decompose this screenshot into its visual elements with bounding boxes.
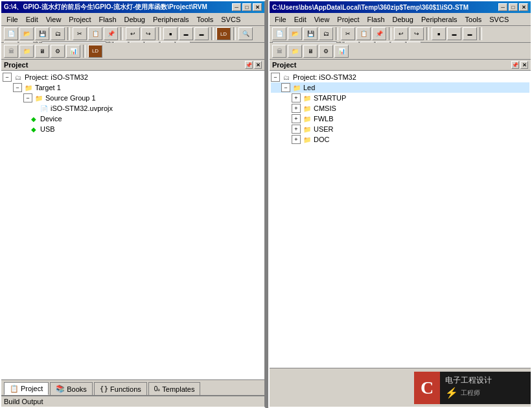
right-tb-copy[interactable]: 📋 — [356, 27, 371, 40]
right-tb2-b4[interactable]: ⚙ — [319, 45, 333, 58]
left-tb-b2[interactable]: ▬ — [179, 27, 193, 40]
right-menu-view[interactable]: View — [310, 14, 334, 25]
left-tree-usb[interactable]: ◆ USB — [3, 124, 263, 134]
left-tree-root[interactable]: − 🗂 Project: iSO-STM32 — [3, 72, 263, 82]
right-tree-doc-expander[interactable]: + — [292, 135, 301, 144]
right-menu-flash[interactable]: Flash — [364, 14, 389, 25]
right-tree-user[interactable]: + 📁 USER — [271, 124, 529, 134]
left-tb-b1[interactable]: ■ — [163, 27, 178, 40]
right-menu-edit[interactable]: Edit — [290, 14, 310, 25]
right-menu-peripherals[interactable]: Peripherals — [417, 14, 461, 25]
left-menu-flash[interactable]: Flash — [95, 14, 121, 25]
left-toolbar1: 📄 📂 💾 🗂 ✂ 📋 📌 ↩ ↪ ■ ▬ ▬ LD 🔍 ⇄ 📍 T — [1, 26, 264, 43]
left-tree-uvprojx[interactable]: 📄 iSO-STM32.uvprojx — [3, 103, 263, 114]
left-tab-books[interactable]: 📚 Books — [50, 382, 93, 395]
left-tb2-b5[interactable]: 📊 — [66, 45, 80, 58]
right-tree-led[interactable]: − 📁 Led — [271, 82, 529, 93]
left-tb-find[interactable]: 🔍 — [238, 27, 253, 40]
right-toolbar2: 🏛 📁 🖥 ⚙ 📊 — [270, 43, 531, 60]
left-project-close[interactable]: ✕ — [254, 61, 262, 69]
right-project-pin[interactable]: 📌 — [511, 61, 519, 69]
right-menu-debug[interactable]: Debug — [389, 14, 417, 25]
right-tree-fwlb-icon: 📁 — [302, 114, 312, 123]
right-tb-open[interactable]: 📂 — [288, 27, 302, 40]
left-tree-target1-expander[interactable]: − — [13, 83, 22, 92]
left-close-btn[interactable]: ✕ — [253, 3, 262, 11]
left-tb-save[interactable]: 💾 — [35, 27, 49, 40]
left-tb-sep3 — [158, 27, 161, 40]
left-maximize-btn[interactable]: □ — [242, 3, 251, 11]
left-tb-new[interactable]: 📄 — [4, 27, 18, 40]
left-menu-file[interactable]: File — [3, 14, 22, 25]
left-tree-device[interactable]: ◆ Device — [3, 114, 263, 124]
left-tab-functions[interactable]: {} Functions — [94, 382, 147, 395]
left-tb-open[interactable]: 📂 — [19, 27, 34, 40]
left-minimize-btn[interactable]: ─ — [232, 3, 241, 11]
left-tree-root-expander[interactable]: − — [3, 73, 12, 82]
right-tree-root[interactable]: − 🗂 Project: iSO-STM32 — [271, 72, 529, 82]
left-menu-svcs[interactable]: SVCS — [217, 14, 244, 25]
right-tree-doc-label: DOC — [314, 136, 329, 143]
right-tb-paste[interactable]: 📌 — [372, 27, 386, 40]
right-tb-cut[interactable]: ✂ — [341, 27, 355, 40]
left-menu-project[interactable]: Project — [65, 14, 95, 25]
left-menu-edit[interactable]: Edit — [22, 14, 42, 25]
right-tb-b2[interactable]: ▬ — [447, 27, 461, 40]
left-tree-target1[interactable]: − 📁 Target 1 — [3, 82, 263, 93]
right-tb-save[interactable]: 💾 — [303, 27, 318, 40]
right-tree-cmsis[interactable]: + 📁 CMSIS — [271, 103, 529, 114]
left-menu-view[interactable]: View — [42, 14, 65, 25]
right-tb2-b3[interactable]: 🖥 — [303, 45, 318, 58]
left-tb2-b1[interactable]: 🏛 — [4, 45, 18, 58]
right-tree-led-expander[interactable]: − — [281, 83, 290, 92]
right-close-btn[interactable]: ✕ — [519, 3, 528, 11]
right-menu-svcs[interactable]: SVCS — [485, 14, 513, 25]
left-tb-saveall[interactable]: 🗂 — [51, 27, 65, 40]
left-tab-project[interactable]: 📋 Project — [4, 382, 49, 395]
left-tab-templates[interactable]: 0ₐ Templates — [148, 382, 201, 395]
right-tree-fwlb-expander[interactable]: + — [292, 114, 301, 123]
left-tb-copy[interactable]: 📋 — [88, 27, 102, 40]
right-project-close[interactable]: ✕ — [520, 61, 528, 69]
watermark-text: 电子工程设计 ⚡ 工程师 — [440, 372, 497, 403]
right-tree-doc[interactable]: + 📁 DOC — [271, 134, 529, 145]
right-tb-redo[interactable]: ↪ — [410, 27, 424, 40]
left-tb-b4[interactable]: LD — [216, 27, 231, 40]
right-tb-b1[interactable]: ■ — [432, 27, 446, 40]
left-tb-b3[interactable]: ▬ — [194, 27, 209, 40]
left-menu-debug[interactable]: Debug — [121, 14, 149, 25]
right-tree-root-expander[interactable]: − — [271, 73, 280, 82]
right-menu-tools[interactable]: Tools — [461, 14, 486, 25]
left-tb-redo[interactable]: ↪ — [141, 27, 156, 40]
right-tree-cmsis-expander[interactable]: + — [292, 104, 301, 113]
left-tree-sourcegroup-expander[interactable]: − — [23, 93, 32, 102]
left-tb-undo[interactable]: ↩ — [126, 27, 140, 40]
right-minimize-btn[interactable]: ─ — [498, 3, 507, 11]
right-tb2-b5[interactable]: 📊 — [334, 45, 349, 58]
right-tb2-b2[interactable]: 📁 — [288, 45, 302, 58]
right-tb-undo[interactable]: ↩ — [394, 27, 408, 40]
left-tb-paste[interactable]: 📌 — [104, 27, 118, 40]
right-tb-saveall[interactable]: 🗂 — [319, 27, 333, 40]
right-tree-fwlb[interactable]: + 📁 FWLB — [271, 114, 529, 124]
right-tb2-b1[interactable]: 🏛 — [272, 45, 286, 58]
left-menu-tools[interactable]: Tools — [193, 14, 218, 25]
left-tb-cut[interactable]: ✂ — [73, 27, 87, 40]
left-tb2-b3[interactable]: 🖥 — [35, 45, 49, 58]
left-tree-sourcegroup[interactable]: − 📁 Source Group 1 — [3, 93, 263, 103]
left-tb2-b6[interactable]: LD — [88, 45, 102, 58]
right-tree-startup-expander[interactable]: + — [292, 93, 301, 102]
right-tb-b3[interactable]: ▬ — [463, 27, 477, 40]
left-tb2-b4[interactable]: ⚙ — [51, 45, 65, 58]
right-menu-project[interactable]: Project — [333, 14, 363, 25]
right-menu-file[interactable]: File — [271, 14, 290, 25]
right-maximize-btn[interactable]: □ — [509, 3, 518, 11]
right-tree-user-expander[interactable]: + — [292, 125, 301, 134]
left-project-pin[interactable]: 📌 — [245, 61, 253, 69]
right-tree-startup[interactable]: + 📁 STARTUP — [271, 93, 529, 103]
left-tree-sourcegroup-label: Source Group 1 — [45, 94, 96, 102]
left-tree-target1-icon: 📁 — [23, 83, 34, 92]
left-menu-peripherals[interactable]: Peripherals — [149, 14, 193, 25]
right-tb-new[interactable]: 📄 — [272, 27, 286, 40]
left-tb2-b2[interactable]: 📁 — [19, 45, 34, 58]
